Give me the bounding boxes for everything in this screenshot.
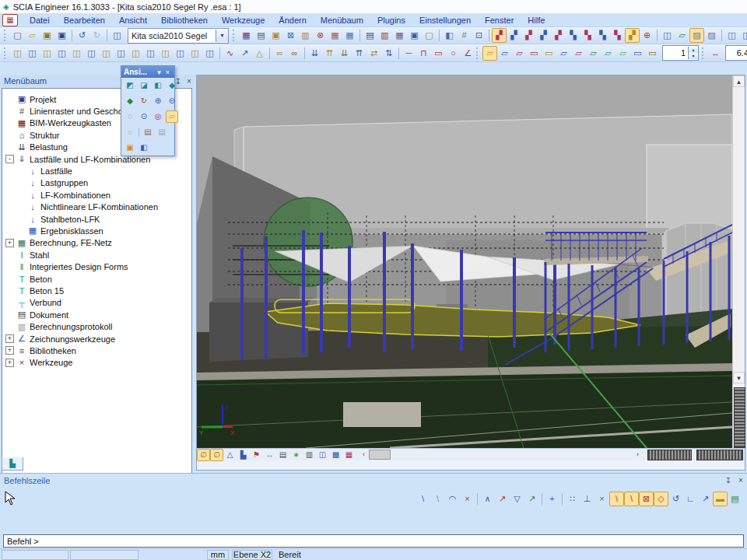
snap-intersection-icon[interactable]: ⊠ <box>639 492 654 506</box>
draw-rectangle-icon[interactable]: ▭ <box>431 46 446 61</box>
print-view-icon[interactable]: ▤ <box>276 449 289 461</box>
activity-10-icon[interactable]: ▭ <box>630 46 645 61</box>
select-walls-icon[interactable]: ▞ <box>536 28 551 43</box>
scale-symbols-icon[interactable]: △ <box>223 449 237 461</box>
undo-icon[interactable]: ↺ <box>75 28 89 43</box>
menu-item-einstellungen[interactable]: Einstellungen <box>412 14 478 26</box>
mesh-grid-icon[interactable]: ▦ <box>342 449 356 461</box>
snap-tangent-icon[interactable]: ↺ <box>668 492 683 506</box>
tree-item-beton-15[interactable]: TBeton 15 <box>2 285 191 296</box>
snap-arc-icon[interactable]: ◠ <box>445 492 460 506</box>
activity-3-icon[interactable]: ▭ <box>527 46 542 61</box>
tree-item-werkzeuge[interactable]: +×Werkzeuge <box>2 357 191 369</box>
select-nodes-icon[interactable]: ▞ <box>492 28 507 43</box>
tree-item-berechnung-fe-netz[interactable]: +▦Berechnung, FE-Netz <box>2 237 191 249</box>
scale-icon[interactable]: ◫ <box>158 46 173 61</box>
horizontal-scroll-thumb[interactable] <box>369 450 391 460</box>
view-z-icon[interactable]: ◧ <box>152 79 164 92</box>
print-icon[interactable]: ▤ <box>363 28 377 43</box>
shaded-toggle-icon[interactable]: ▨ <box>704 28 719 43</box>
cursor-select-icon[interactable]: + <box>545 492 559 506</box>
snap-edge-icon[interactable]: ↗ <box>495 492 510 506</box>
zoom-out-icon[interactable]: ⊖ <box>166 95 178 107</box>
activity-9-icon[interactable]: ▱ <box>615 46 630 61</box>
save-project-icon[interactable]: ▣ <box>54 28 69 43</box>
status-plane[interactable]: Ebene X2 <box>232 550 272 560</box>
3d-model-scene[interactable]: Z Y X <box>197 75 732 448</box>
pan-mode-icon[interactable]: ↔ <box>263 449 276 461</box>
tree-item-zeichnungswerkzeuge[interactable]: +∠Zeichnungswerkzeuge <box>2 333 191 345</box>
axes-toggle-icon[interactable]: ∗ <box>289 449 303 461</box>
print-preview-icon[interactable]: ▥ <box>377 28 392 43</box>
snap-settings-icon[interactable]: ▤ <box>728 492 742 506</box>
layers-icon[interactable]: ▤ <box>254 28 268 43</box>
select-supports-icon[interactable]: ▚ <box>580 28 595 43</box>
centre-model-icon[interactable]: ⊕ <box>640 28 654 43</box>
copy-icon[interactable]: ◫ <box>10 46 25 61</box>
menu-item-fenster[interactable]: Fenster <box>478 14 521 26</box>
sidebar-tab[interactable]: ▙ <box>2 457 23 471</box>
snap-midpoint-icon[interactable]: \ <box>609 492 624 506</box>
render-options-icon[interactable]: ▩ <box>329 449 342 461</box>
coordinate-info-icon[interactable]: ▣ <box>124 142 136 154</box>
camera-view-icon[interactable]: ▤ <box>142 126 154 138</box>
region-edit-icon[interactable]: △ <box>252 46 267 61</box>
draw-line-icon[interactable]: ─ <box>402 46 416 61</box>
snap-perpendicular-icon[interactable]: ∟ <box>683 492 698 506</box>
activity-6-icon[interactable]: ▱ <box>571 46 586 61</box>
tree-item-berechnungsprotokoll[interactable]: ▥Berechnungsprotokoll <box>2 320 191 332</box>
spinner-up-icon[interactable]: ▴ <box>689 47 698 53</box>
multi-copy-icon[interactable]: ◫ <box>25 46 40 61</box>
camera-saved-icon[interactable]: ▤ <box>156 126 168 138</box>
ucs-rotate-icon[interactable]: ⇅ <box>381 46 396 61</box>
snap-ortho-icon[interactable]: ▬ <box>713 492 728 506</box>
select-loads-icon[interactable]: ▚ <box>566 28 580 43</box>
coordinates-info-icon[interactable]: ⊡ <box>472 28 486 43</box>
menu-item-plugins[interactable]: Plugins <box>370 14 412 26</box>
solid-mode-icon[interactable]: ◧ <box>138 142 150 154</box>
spinner-down-icon[interactable]: ▾ <box>689 53 698 59</box>
tree-item-lastfälle[interactable]: ↓Lastfälle <box>2 165 191 177</box>
snap-orthogonal-points-icon[interactable]: ◇ <box>654 492 668 506</box>
table-input-icon[interactable]: ▦ <box>328 28 342 43</box>
scale-up-loads-icon[interactable]: ↔ <box>708 46 723 61</box>
wireframe-toggle-icon[interactable]: ▨ <box>689 28 704 43</box>
activity-5-icon[interactable]: ▱ <box>556 46 571 61</box>
picture-gallery-icon[interactable]: ▱ <box>675 28 689 43</box>
array-icon[interactable]: ◫ <box>173 46 188 61</box>
activity-workgroup-icon[interactable]: ▱ <box>482 46 497 61</box>
bim-toolbox-icon[interactable]: ▦ <box>239 28 254 43</box>
snap-curve-icon[interactable]: ↗ <box>524 492 539 506</box>
break-icon[interactable]: ◫ <box>128 46 143 61</box>
tree-item-bibliotheken[interactable]: +≡Bibliotheken <box>2 345 191 356</box>
ucs-move-icon[interactable]: ⇄ <box>366 46 381 61</box>
activity-2-icon[interactable]: ▱ <box>512 46 527 61</box>
zoom-all-icon[interactable]: ⊙ <box>138 110 150 123</box>
calculator-icon[interactable]: ▦ <box>392 28 407 43</box>
activity-8-icon[interactable]: ▱ <box>601 46 615 61</box>
save-screenshot-icon[interactable]: ◫ <box>660 28 675 43</box>
menu-item-datei[interactable]: Datei <box>23 14 57 26</box>
snap-face-icon[interactable]: ▽ <box>510 492 524 506</box>
tree-item-stahlbeton-lfk[interactable]: ↓Stahlbeton-LFK <box>2 213 191 225</box>
polyline-edit-icon[interactable]: ↗ <box>237 46 252 61</box>
draw-circle-icon[interactable]: ○ <box>446 46 461 61</box>
copy-to-layer-icon[interactable]: ⇈ <box>322 46 337 61</box>
join-icon[interactable]: ◫ <box>143 46 158 61</box>
window-cascade-icon[interactable]: ◫ <box>724 28 739 43</box>
view-y-icon[interactable]: ◪ <box>138 79 150 92</box>
menu-item-ansicht[interactable]: Ansicht <box>112 14 154 26</box>
tree-item-lastgruppen[interactable]: ↓Lastgruppen <box>2 177 191 189</box>
offset-icon[interactable]: ◫ <box>188 46 202 61</box>
menu-item-men-baum[interactable]: Menübaum <box>314 14 370 26</box>
vertical-stripe-bar[interactable] <box>734 387 745 448</box>
axonometry-icon[interactable]: ◆ <box>124 95 136 107</box>
xml-io-icon[interactable]: ⊠ <box>283 28 298 43</box>
tree-item-integriertes-design-forms[interactable]: ‖Integriertes Design Forms <box>2 261 191 272</box>
clip-box-icon[interactable]: ∅ <box>197 449 210 461</box>
horizontal-stripe-bar-1[interactable] <box>647 450 692 460</box>
project-settings-icon[interactable]: ▣ <box>268 28 283 43</box>
scroll-right-icon[interactable]: › <box>633 450 643 460</box>
close-project-icon[interactable]: ▣ <box>40 28 54 43</box>
activity-4-icon[interactable]: ▭ <box>542 46 556 61</box>
